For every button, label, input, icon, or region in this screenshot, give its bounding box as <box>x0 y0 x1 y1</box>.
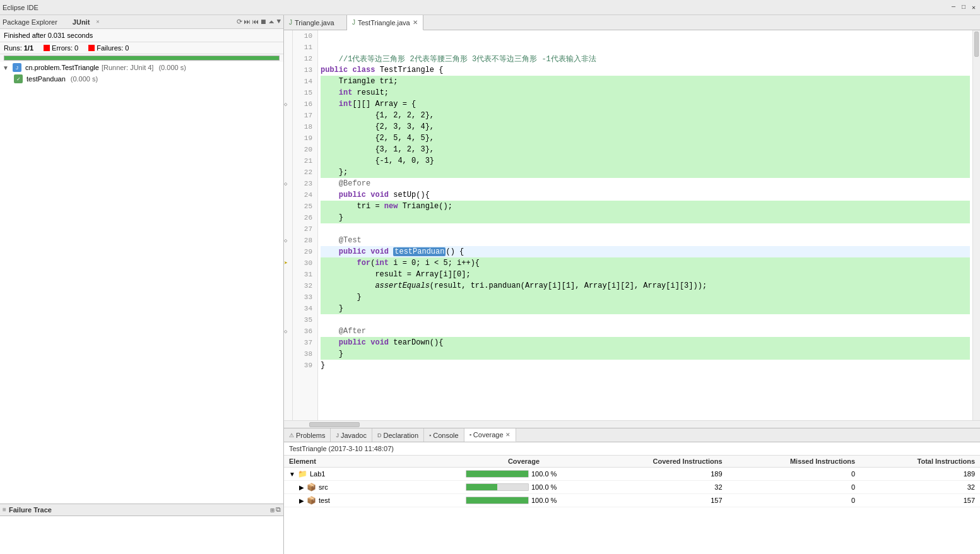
code-line-23: @Before <box>321 178 970 189</box>
progress-bar-src <box>466 483 529 491</box>
window-controls[interactable]: ─ □ ✕ <box>950 4 977 11</box>
toolbar-icon-1[interactable]: ⟳ <box>237 18 242 26</box>
line-num-27: 27 <box>295 223 315 235</box>
line-num-23: 23 <box>295 178 315 189</box>
chevron-down-icon-lab1[interactable]: ▼ <box>289 471 295 478</box>
editor-scrollbar[interactable] <box>972 30 980 420</box>
table-row-src[interactable]: ▶ 📦 src 100.0 % <box>284 481 980 494</box>
progress-bar <box>4 56 279 60</box>
code-line-25: tri = new Triangle(); <box>321 201 970 212</box>
table-row-lab1[interactable]: ▼ 📁 Lab1 100.0 % <box>284 468 980 481</box>
gutter-line-21 <box>284 155 292 167</box>
progress-fill-test <box>466 497 528 504</box>
gutter-line-28: ◇ <box>284 235 292 246</box>
tab-triangle-java[interactable]: J Triangle.java <box>284 15 347 30</box>
tab-testtriangle-java[interactable]: J TestTriangle.java ✕ <box>347 15 423 30</box>
maximize-button[interactable]: □ <box>960 4 967 11</box>
table-row-test[interactable]: ▶ 📦 test 100.0 % <box>284 494 980 507</box>
progress-fill-src <box>466 484 497 490</box>
junit-close-icon[interactable]: ✕ <box>96 18 99 25</box>
toolbar-icon-3[interactable]: ⏮ <box>252 18 259 26</box>
cell-coverage-test: 100.0 % <box>461 494 587 507</box>
tree-root-time: (0.000 s) <box>158 64 186 71</box>
cell-covered-lab1: 189 <box>587 468 728 481</box>
tree-item-testpanduan[interactable]: ✓ testPanduan (0.000 s) <box>0 73 283 85</box>
gutter-line-10 <box>284 30 292 42</box>
gutter-line-22 <box>284 167 292 178</box>
line-num-34: 34 <box>295 303 315 314</box>
tree-item-root[interactable]: ▼ J cn.problem.TestTriangle [Runner: JUn… <box>0 62 283 73</box>
line-num-18: 18 <box>295 121 315 133</box>
left-panel: Package Explorer JUnit ✕ ⟳ ⏭ ⏮ ⏹ ⏶ ▼ Fin… <box>0 15 284 554</box>
tab-console[interactable]: ▪ Console <box>424 428 464 442</box>
junit-tree[interactable]: ▼ J cn.problem.TestTriangle [Runner: JUn… <box>0 62 283 504</box>
coverage-header: TestTriangle (2017-3-10 11:48:07) <box>284 442 980 456</box>
console-icon: ▪ <box>429 432 431 439</box>
copy-icon[interactable]: ⧉ <box>276 506 281 514</box>
h-scroll-thumb[interactable] <box>309 422 360 427</box>
failures-stat: Failures: 0 <box>88 44 129 52</box>
tree-test-icon: ✓ <box>14 74 23 83</box>
code-line-31: result = Array[i][0]; <box>321 269 970 280</box>
line-num-29: 29 <box>295 246 315 257</box>
gutter-line-11 <box>284 42 292 53</box>
progress-fill-lab1 <box>466 471 528 477</box>
chevron-right-icon-src[interactable]: ▶ <box>299 484 304 491</box>
line-num-17: 17 <box>295 110 315 121</box>
tab-problems[interactable]: ⚠ Problems <box>284 428 331 442</box>
scroll-thumb[interactable] <box>974 32 979 57</box>
horizontal-scrollbar[interactable] <box>284 420 980 428</box>
toolbar-icon-4[interactable]: ⏹ <box>260 18 267 26</box>
gutter-line-14 <box>284 76 292 87</box>
problems-icon: ⚠ <box>289 432 294 439</box>
tab-javadoc[interactable]: J Javadoc <box>331 428 372 442</box>
minimize-button[interactable]: ─ <box>950 4 957 11</box>
runs-label: Runs: <box>4 44 22 52</box>
runs-stat: Runs: 1/1 <box>4 44 33 52</box>
code-comment-12: //1代表等边三角形 2代表等腰三角形 3代表不等边三角形 -1代表输入非法 <box>321 54 596 64</box>
code-line-20: {3, 1, 2, 3}, <box>321 144 970 155</box>
cell-coverage-lab1: 100.0 % <box>461 468 587 481</box>
filter-icon[interactable]: ⊞ <box>270 506 275 514</box>
close-button[interactable]: ✕ <box>970 4 977 11</box>
coverage-close-icon[interactable]: ✕ <box>505 432 511 438</box>
gutter-line-32 <box>284 280 292 292</box>
errors-value: 0 <box>74 44 78 52</box>
gutter-line-36: ◇ <box>284 326 292 337</box>
tab-declaration[interactable]: D Declaration <box>372 428 424 442</box>
tree-root-label: cn.problem.TestTriangle <box>25 64 99 71</box>
test-label: test <box>319 497 330 504</box>
tab-coverage[interactable]: ▪ Coverage ✕ <box>464 428 516 442</box>
code-line-10 <box>321 30 970 42</box>
toolbar-icon-5[interactable]: ⏶ <box>268 18 275 26</box>
gutter-line-24 <box>284 189 292 201</box>
toolbar-icon-2[interactable]: ⏭ <box>244 18 251 26</box>
annotation-icon-16: ◇ <box>284 101 287 108</box>
cell-element-lab1: ▼ 📁 Lab1 <box>284 468 461 481</box>
toolbar-icon-6[interactable]: ▼ <box>276 18 281 26</box>
code-kw-public: public <box>321 66 348 74</box>
failure-trace-title: Failure Trace <box>9 506 52 514</box>
editor-main: ◇ ◇ ◇ ➤ <box>284 30 980 420</box>
gutter-line-16: ◇ <box>284 98 292 110</box>
code-line-13: public class TestTriangle { <box>321 64 970 76</box>
annotation-icon-36: ◇ <box>284 328 287 335</box>
line-num-32: 32 <box>295 280 315 292</box>
testtriangle-java-icon: J <box>352 19 355 26</box>
code-area[interactable]: //1代表等边三角形 2代表等腰三角形 3代表不等边三角形 -1代表输入非法 p… <box>318 30 972 420</box>
src-label: src <box>319 483 328 491</box>
code-line-17: {1, 2, 2, 2}, <box>321 110 970 121</box>
tab-declaration-label: Declaration <box>383 432 418 439</box>
tab-close-icon[interactable]: ✕ <box>413 19 418 26</box>
tree-package-icon: J <box>13 63 21 72</box>
col-total: Total Instructions <box>860 456 980 468</box>
failures-icon <box>88 45 95 51</box>
gutter-line-27 <box>284 223 292 235</box>
chevron-right-icon-test[interactable]: ▶ <box>299 497 304 504</box>
line-num-39: 39 <box>295 360 315 371</box>
cell-total-test: 157 <box>860 494 980 507</box>
arrow-icon-30: ➤ <box>284 259 288 267</box>
gutter-line-20 <box>284 144 292 155</box>
code-line-33: } <box>321 292 970 303</box>
line-num-22: 22 <box>295 167 315 178</box>
